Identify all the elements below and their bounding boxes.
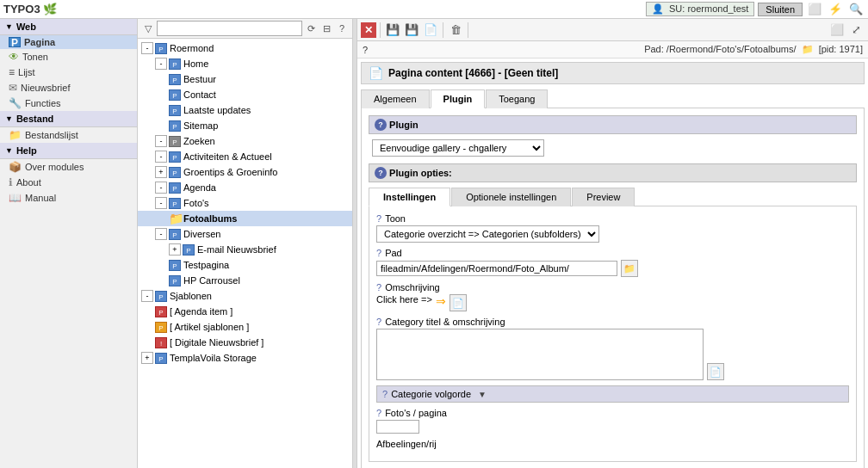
sidebar-item-lijst[interactable]: ≡ Lijst	[0, 65, 137, 80]
tree-node-agenda[interactable]: - P Agenda	[138, 180, 352, 195]
inner-tab-optionele[interactable]: Optionele instellingen	[451, 188, 571, 206]
tree-node-fotoalbums[interactable]: 📁 Fotoalbums	[138, 211, 352, 226]
save-new-icon[interactable]: 📄	[422, 22, 439, 39]
sidebar-item-functies[interactable]: 🔧 Functies	[0, 95, 137, 111]
plugin-section-bar: ? Plugin	[369, 115, 857, 134]
diversen-label: Diversen	[183, 227, 220, 241]
templavoila-page-icon: P	[155, 353, 167, 364]
fotos-expander[interactable]: -	[155, 197, 167, 209]
tree-node-roermond[interactable]: - P Roermond	[138, 40, 352, 56]
plugin-select[interactable]: Eenvoudige gallery - chgallery	[372, 139, 544, 157]
home-expander[interactable]: -	[155, 58, 167, 70]
tree-node-groentips[interactable]: + P Groentips & Groeninfo	[138, 164, 352, 180]
plugin-section-label: Plugin	[389, 120, 418, 130]
content-resize-icon[interactable]: ⤢	[847, 22, 865, 39]
page-content-icon: 📄	[369, 66, 383, 80]
categorie-select[interactable]: Categorie overzicht => Categorien (subfo…	[376, 225, 599, 243]
agenda-expander[interactable]: -	[155, 182, 167, 194]
sjablonen-expander[interactable]: -	[141, 290, 153, 302]
toon-help-icon[interactable]: ?	[376, 213, 381, 224]
maximize-icon[interactable]: ⬜	[806, 1, 823, 18]
sidebar-item-manual[interactable]: 📖 Manual	[0, 190, 137, 206]
tab-algemeen[interactable]: Algemeen	[361, 89, 430, 108]
tree-node-templavoila[interactable]: + P TemplaVoila Storage	[138, 350, 352, 366]
activiteiten-page-icon: P	[169, 151, 181, 163]
tree-node-testpagina[interactable]: P Testpagina	[138, 257, 352, 273]
email-nieuwsbrief-expander[interactable]: +	[169, 243, 181, 256]
save-icon[interactable]: 💾	[384, 22, 401, 39]
tree-node-laatste-updates[interactable]: P Laatste updates	[138, 102, 352, 118]
fotos-pagina-help-icon[interactable]: ?	[376, 408, 381, 418]
tree-node-zoeken[interactable]: - P Zoeken	[138, 133, 352, 149]
diversen-expander[interactable]: -	[155, 228, 167, 240]
bestand-section-label: Bestand	[16, 114, 53, 124]
categorie-volgorde-help-icon[interactable]: ?	[382, 389, 388, 399]
sidebar-section-bestand[interactable]: ▼ Bestand	[0, 111, 137, 127]
tree-help-icon[interactable]: ?	[335, 22, 349, 35]
omschrijving-browse-button[interactable]: 📄	[450, 294, 467, 311]
pad-browse-button[interactable]: 📁	[621, 260, 638, 277]
contact-page-icon: P	[169, 89, 181, 101]
digitale-nieuwsbrief-page-icon: !	[155, 337, 167, 348]
sidebar-item-tonen[interactable]: 👁 Tonen	[0, 49, 137, 65]
groentips-expander[interactable]: +	[155, 166, 167, 178]
manual-label: Manual	[25, 193, 56, 203]
sluiten-button[interactable]: Sluiten	[758, 3, 803, 16]
tree-node-fotos[interactable]: - P Foto's	[138, 195, 352, 211]
save-close-icon[interactable]: 💾	[403, 22, 420, 39]
tree-node-bestuur[interactable]: P Bestuur	[138, 71, 352, 87]
sidebar-item-about[interactable]: ℹ About	[0, 175, 137, 190]
search-icon[interactable]: 🔍	[847, 1, 865, 18]
plugin-options-help-icon[interactable]: ?	[375, 167, 387, 179]
tab-plugin[interactable]: Plugin	[431, 89, 486, 108]
category-browse-button[interactable]: 📄	[707, 363, 724, 380]
tree-node-artikel-sjablonen[interactable]: P [ Artikel sjablonen ]	[138, 319, 352, 335]
zoeken-label: Zoeken	[183, 134, 215, 148]
delete-icon[interactable]: 🗑	[447, 22, 464, 39]
inner-tab-preview[interactable]: Preview	[572, 188, 635, 206]
tree-node-digitale-nieuwsbrief[interactable]: ! [ Digitale Nieuwsbrief ]	[138, 335, 352, 350]
tree-node-contact[interactable]: P Contact	[138, 87, 352, 102]
sidebar-item-pagina[interactable]: P Pagina	[0, 35, 137, 49]
tree-node-diversen[interactable]: - P Diversen	[138, 226, 352, 242]
plugin-help-icon[interactable]: ?	[375, 119, 387, 131]
tree-collapse-icon[interactable]: ⊟	[319, 22, 333, 35]
sidebar-section-web[interactable]: ▼ Web	[0, 19, 137, 35]
email-nieuwsbrief-label: E-mail Nieuwsbrief	[197, 243, 276, 256]
tree-node-sjablonen[interactable]: - P Sjablonen	[138, 288, 352, 304]
pad-label-row: ? Pad	[376, 248, 849, 258]
tree-node-home[interactable]: - P Home	[138, 56, 352, 71]
tree-refresh-icon[interactable]: ⟳	[304, 22, 318, 35]
content-maximize-icon[interactable]: ⬜	[828, 22, 846, 39]
category-titel-help-icon[interactable]: ?	[376, 317, 381, 327]
sidebar-item-bestandslijst[interactable]: 📁 Bestandslijst	[0, 127, 137, 143]
tree-node-hp-carrousel[interactable]: P HP Carrousel	[138, 273, 352, 288]
tree-search-input[interactable]	[157, 21, 302, 36]
lightning-icon[interactable]: ⚡	[827, 1, 844, 18]
pad-input[interactable]	[376, 261, 617, 276]
sidebar-section-help[interactable]: ▼ Help	[0, 143, 137, 159]
topbar-right: 👤 SU: roermond_test Sluiten ⬜ ⚡ 🔍	[646, 1, 865, 18]
zoeken-expander[interactable]: -	[155, 135, 167, 147]
sidebar-item-over-modules[interactable]: 📦 Over modules	[0, 159, 137, 175]
roermond-expander[interactable]: -	[141, 42, 153, 54]
sidebar-item-nieuwsbrief[interactable]: ✉ Nieuwsbrief	[0, 80, 137, 95]
pad-help-icon[interactable]: ?	[376, 248, 381, 258]
omschrijving-help-icon[interactable]: ?	[376, 282, 381, 292]
activiteiten-expander[interactable]: -	[155, 151, 167, 163]
tab-toegang[interactable]: Toegang	[486, 89, 548, 108]
click-here-arrow-icon: ⇒	[436, 294, 446, 308]
tree-node-activiteiten[interactable]: - P Activiteiten & Actueel	[138, 149, 352, 164]
omschrijving-field-row: Click here => ⇒ 📄	[376, 294, 849, 311]
close-button[interactable]: ✕	[361, 22, 376, 38]
filter-icon[interactable]: ▽	[141, 22, 155, 35]
toolbar-separator-2	[443, 22, 443, 38]
tree-node-sitemap[interactable]: P Sitemap	[138, 118, 352, 133]
fotos-pagina-input[interactable]	[376, 420, 419, 434]
category-textarea[interactable]	[376, 329, 704, 380]
inner-tab-instellingen[interactable]: Instellingen	[369, 188, 450, 206]
testpagina-label: Testpagina	[183, 258, 229, 272]
tree-node-agenda-item[interactable]: P [ Agenda item ]	[138, 304, 352, 319]
templavoila-expander[interactable]: +	[141, 352, 153, 364]
tree-node-email-nieuwsbrief[interactable]: + P E-mail Nieuwsbrief	[138, 242, 352, 257]
